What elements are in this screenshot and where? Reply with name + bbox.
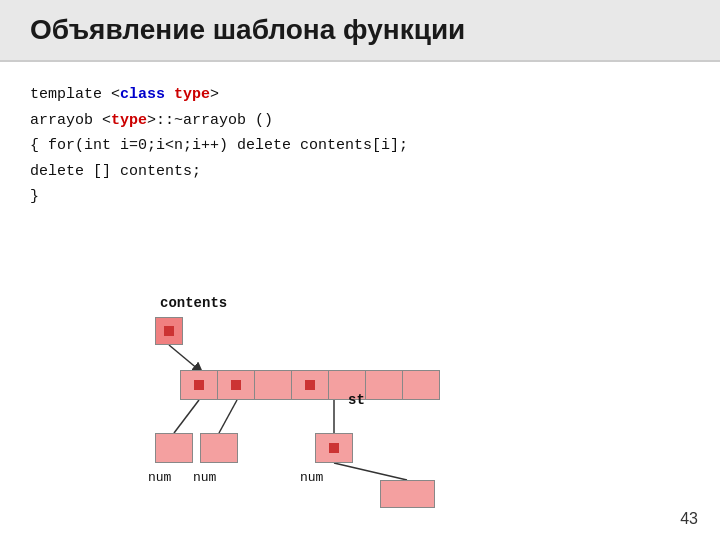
svg-line-4 bbox=[334, 463, 407, 480]
diagram-area: contents st bbox=[100, 295, 660, 525]
code-line-3: { for(int i=0;i<n;i++) delete contents[i… bbox=[30, 133, 690, 159]
cell-dot-0 bbox=[194, 380, 204, 390]
code-line-1: template <class type> bbox=[30, 82, 690, 108]
svg-line-2 bbox=[219, 400, 237, 433]
array-cell-3 bbox=[291, 370, 329, 400]
sub-box-deep bbox=[380, 480, 435, 508]
label-contents: contents bbox=[160, 295, 227, 311]
code-line-5: } bbox=[30, 184, 690, 210]
svg-line-1 bbox=[174, 400, 199, 433]
array-cell-1 bbox=[217, 370, 255, 400]
cell-dot-3 bbox=[305, 380, 315, 390]
array-cell-6 bbox=[402, 370, 440, 400]
label-num1: num bbox=[148, 470, 171, 485]
label-st: st bbox=[348, 392, 365, 408]
array-cell-5 bbox=[365, 370, 403, 400]
code-type-kw-2: type bbox=[111, 112, 147, 129]
ptr-box-contents bbox=[155, 317, 183, 345]
code-block: template <class type> arrayob <type>::~a… bbox=[30, 82, 690, 210]
slide: Объявление шаблона функции template <cla… bbox=[0, 0, 720, 540]
array-cell-2 bbox=[254, 370, 292, 400]
code-arrayob-post: ::~arrayob () bbox=[156, 112, 273, 129]
label-num2: num bbox=[193, 470, 216, 485]
page-number: 43 bbox=[680, 510, 698, 528]
sub-box-2 bbox=[200, 433, 238, 463]
code-line-4: delete [] contents; bbox=[30, 159, 690, 185]
code-template-kw: template bbox=[30, 86, 111, 103]
cell-dot-1 bbox=[231, 380, 241, 390]
array-cell-0 bbox=[180, 370, 218, 400]
ptr-dot-contents bbox=[164, 326, 174, 336]
code-space-1 bbox=[165, 86, 174, 103]
code-class-kw: class bbox=[120, 86, 165, 103]
code-line-2: arrayob <type>::~arrayob () bbox=[30, 108, 690, 134]
main-array bbox=[180, 370, 439, 400]
sub-box-3 bbox=[315, 433, 353, 463]
cell-dot-sub3 bbox=[329, 443, 339, 453]
code-angle-open-1: < bbox=[111, 86, 120, 103]
code-angle-close-2: > bbox=[147, 112, 156, 129]
svg-line-0 bbox=[169, 345, 199, 370]
slide-title: Объявление шаблона функции bbox=[0, 0, 720, 62]
code-angle-close-1: > bbox=[210, 86, 219, 103]
code-type-kw-1: type bbox=[174, 86, 210, 103]
label-num3: num bbox=[300, 470, 323, 485]
code-arrayob-pre: arrayob bbox=[30, 112, 102, 129]
sub-box-1 bbox=[155, 433, 193, 463]
code-angle-open-2: < bbox=[102, 112, 111, 129]
